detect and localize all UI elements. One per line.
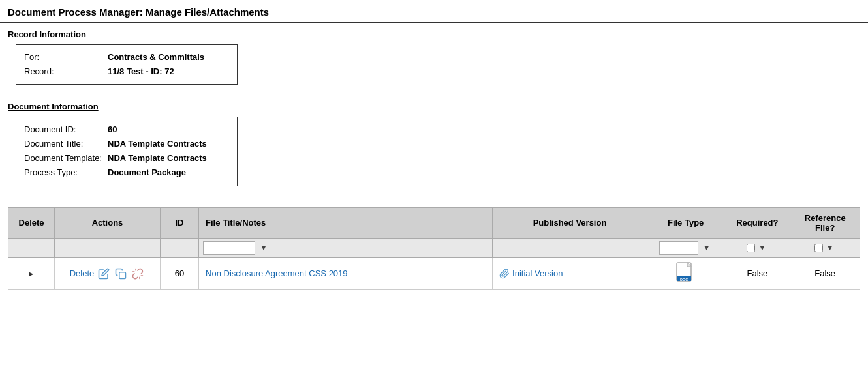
filter-required-cell[interactable]: ▼ (724, 238, 790, 257)
reference-filter-checkbox[interactable] (814, 244, 823, 252)
reference-file-cell: False (790, 257, 860, 289)
link-button[interactable] (131, 267, 145, 281)
col-delete: Delete (8, 207, 55, 238)
required-cell: False (724, 257, 790, 289)
col-file-title: File Title/Notes (199, 207, 493, 238)
table-row: ► Delete (8, 257, 860, 289)
record-label: Record: (24, 65, 102, 79)
expand-icon[interactable]: ► (28, 270, 35, 278)
filter-file-type-cell[interactable]: ▼ (647, 238, 724, 257)
doc-id-value: 60 (108, 123, 117, 137)
published-version-link[interactable]: Initial Version (512, 269, 563, 278)
copy-icon (115, 268, 127, 280)
svg-text:DOC: DOC (680, 277, 688, 281)
document-info-box: Document ID: 60 Document Title: NDA Temp… (16, 117, 238, 186)
paperclip-icon (499, 269, 510, 279)
filter-file-title-cell[interactable]: ▼ (199, 238, 493, 257)
doc-title-value: NDA Template Contracts (108, 137, 207, 151)
col-actions: Actions (55, 207, 161, 238)
expand-cell[interactable]: ► (8, 257, 55, 289)
file-title-cell[interactable]: Non Disclosure Agreement CSS 2019 (199, 257, 493, 289)
record-section-label: Record Information (0, 23, 868, 42)
doc-template-value: NDA Template Contracts (108, 151, 207, 166)
col-reference-file: Reference File? (790, 207, 860, 238)
file-type-cell: DOC (647, 257, 724, 289)
doc-id-label: Document ID: (24, 123, 102, 137)
copy-button[interactable] (114, 267, 128, 281)
edit-button[interactable] (97, 267, 111, 281)
files-table: Delete Actions ID File Title/Notes Publi… (8, 207, 860, 290)
file-title-filter-input[interactable] (203, 241, 255, 255)
col-id: ID (160, 207, 198, 238)
id-cell: 60 (160, 257, 198, 289)
col-published-version: Published Version (493, 207, 647, 238)
required-filter-checkbox[interactable] (747, 244, 755, 252)
reference-filter-button[interactable]: ▼ (824, 242, 836, 253)
page-title: Document Process Manager: Manage Files/A… (0, 0, 868, 23)
pencil-icon (98, 268, 110, 280)
filter-row: ▼ ▼ ▼ (8, 238, 860, 257)
file-title-link[interactable]: Non Disclosure Agreement CSS 2019 (206, 269, 348, 278)
file-type-filter-input[interactable] (659, 241, 698, 255)
link-icon (132, 268, 144, 280)
required-filter-button[interactable]: ▼ (756, 242, 768, 253)
process-type-label: Process Type: (24, 166, 102, 180)
doc-title-label: Document Title: (24, 137, 102, 151)
document-section-label: Document Information (0, 95, 868, 114)
record-info-box: For: Contracts & Committals Record: 11/8… (16, 44, 238, 85)
actions-cell: Delete (55, 257, 161, 289)
col-file-type: File Type (647, 207, 724, 238)
filter-published-cell (493, 238, 647, 257)
filter-reference-cell[interactable]: ▼ (790, 238, 860, 257)
record-value: 11/8 Test - ID: 72 (108, 65, 174, 79)
svg-rect-0 (119, 272, 126, 278)
published-version-cell[interactable]: Initial Version (493, 257, 647, 289)
filter-id-cell (160, 238, 198, 257)
process-type-value: Document Package (108, 166, 186, 180)
table-header-row: Delete Actions ID File Title/Notes Publi… (8, 207, 860, 238)
col-required: Required? (724, 207, 790, 238)
doc-template-label: Document Template: (24, 151, 102, 166)
file-title-filter-button[interactable]: ▼ (258, 242, 270, 253)
for-value: Contracts & Committals (108, 50, 204, 65)
delete-link[interactable]: Delete (70, 269, 95, 278)
doc-file-icon: DOC (675, 262, 696, 285)
filter-delete-cell (8, 238, 55, 257)
files-table-section: Delete Actions ID File Title/Notes Publi… (0, 197, 868, 298)
file-type-icon-wrap: DOC (654, 262, 717, 285)
for-label: For: (24, 50, 102, 65)
filter-actions-cell (55, 238, 161, 257)
file-type-filter-button[interactable]: ▼ (701, 242, 713, 253)
